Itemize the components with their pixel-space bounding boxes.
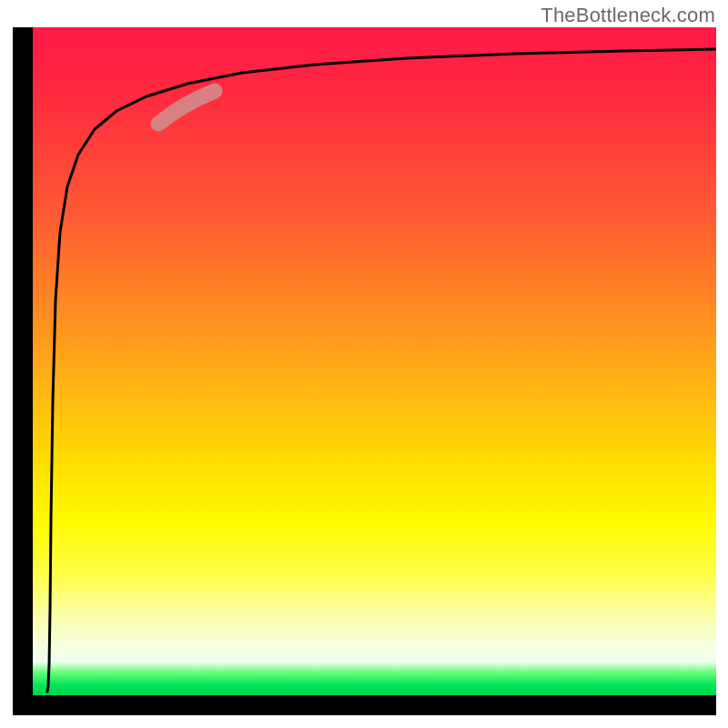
watermark-text: TheBottleneck.com <box>541 4 715 27</box>
curve-svg <box>33 27 716 695</box>
plot-area <box>33 27 716 695</box>
curve-highlight <box>158 91 215 124</box>
bottleneck-curve <box>47 49 716 692</box>
chart-frame <box>13 27 716 715</box>
